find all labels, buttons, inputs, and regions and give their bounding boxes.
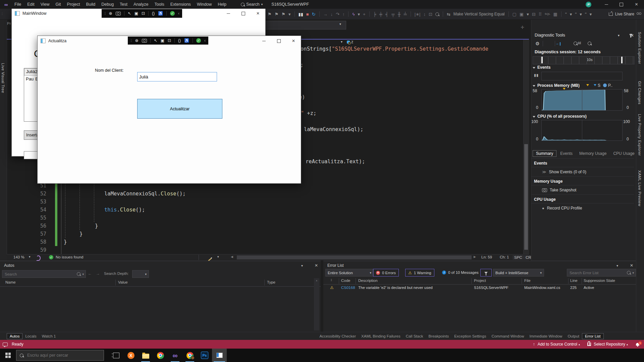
bottom-tab[interactable]: Call Stack	[403, 334, 426, 339]
diagnostics-tab[interactable]: Events	[557, 150, 576, 157]
hot-reload-ok-icon[interactable]: ✓	[170, 11, 175, 16]
panel-menu-chevron-icon[interactable]: ▾	[618, 34, 620, 37]
restart-debug-icon[interactable]: ↻	[312, 12, 316, 16]
timeline-handle-left[interactable]	[541, 57, 543, 63]
autos-tab[interactable]: Locals	[22, 334, 39, 339]
select-region-icon[interactable]: ⊡	[142, 11, 145, 15]
tab-error-list[interactable]: Error List	[582, 333, 604, 339]
task-view-button[interactable]	[109, 349, 123, 362]
error-search-field[interactable]	[569, 270, 625, 275]
user-avatar[interactable]: JF	[586, 2, 591, 7]
search-back-icon[interactable]: ←	[88, 271, 92, 276]
tab-git-changes[interactable]: Git Changes	[638, 81, 642, 104]
menu-item[interactable]: Extensions	[167, 0, 194, 9]
quote-pair-icon[interactable]: ''	[575, 12, 577, 16]
align-right-icon[interactable]: ╡	[385, 12, 388, 16]
filter-button[interactable]	[480, 269, 492, 277]
display-layout-adorners-icon[interactable]: ▣	[135, 11, 138, 15]
zoom-selection-icon[interactable]	[435, 12, 439, 16]
accessibility-checker-icon[interactable]: ♿	[184, 39, 189, 43]
hscroll-left-icon[interactable]: ◀	[231, 255, 233, 258]
window-close-button[interactable]: ✕	[251, 8, 265, 18]
make-vertical-spacing-label[interactable]: Make Vertical Spacing Equal	[453, 12, 505, 16]
vs-maximize-button[interactable]	[614, 0, 629, 9]
align-middle-icon[interactable]: ╫	[397, 12, 400, 16]
pause-debug-icon[interactable]: ▮▮	[299, 12, 303, 16]
member-dropdown[interactable]: z	[347, 40, 353, 44]
panel-menu-chevron-icon[interactable]: ▾	[616, 264, 618, 267]
build-filter-combo[interactable]: Build + IntelliSense▾	[493, 269, 544, 277]
align-bottom-icon[interactable]: ╧	[404, 12, 407, 16]
settings-gear-icon[interactable]: ⚙	[535, 41, 540, 46]
timeline-handle-right[interactable]	[621, 57, 623, 63]
quote-pair-icon[interactable]: ''	[585, 12, 587, 16]
column-name[interactable]: Name	[5, 280, 16, 284]
window-maximize-button[interactable]	[236, 8, 251, 18]
window-close-button[interactable]: ✕	[286, 36, 301, 46]
collapse-chevron-icon[interactable]: ‹	[204, 39, 206, 43]
quote-chevron-icon[interactable]: ▾	[570, 12, 572, 16]
start-button[interactable]	[5, 353, 11, 358]
update-button[interactable]: Actualitzar	[137, 99, 222, 119]
people-icon[interactable]	[637, 12, 641, 16]
bottom-tab[interactable]: Breakpoints	[426, 334, 451, 339]
menu-item[interactable]: Git	[53, 0, 64, 9]
issues-status[interactable]: No issues found	[56, 255, 83, 259]
menu-item[interactable]: Analyze	[130, 0, 151, 9]
accessibility-checker-icon[interactable]: ♿	[158, 11, 163, 15]
taskbar-explorer-icon[interactable]	[138, 349, 153, 362]
severity-column-icon[interactable]: ‖	[331, 279, 332, 282]
element-picker-icon[interactable]: ⊕	[135, 39, 139, 43]
warnings-filter-button[interactable]: ⚠ 1 Warning	[405, 269, 434, 277]
reset-view-icon[interactable]: ılıl	[578, 41, 581, 45]
error-search-input[interactable]: ▾	[567, 269, 636, 277]
status-spaces[interactable]: SPC	[513, 255, 524, 260]
size-to-content-icon[interactable]: |∗|	[415, 12, 421, 16]
step-back-icon[interactable]: ↷	[336, 12, 339, 16]
xaml-binding-icon[interactable]: ()	[178, 39, 181, 43]
org-chart-icon[interactable]: ⊟	[532, 12, 536, 16]
spacing-icon[interactable]: ⇆	[447, 12, 450, 16]
column-divider[interactable]	[264, 280, 265, 286]
cpu-chart[interactable]	[541, 120, 623, 141]
column-file[interactable]: File	[524, 279, 531, 283]
hot-reload-icon[interactable]: ϟ	[352, 12, 355, 16]
take-snapshot-link[interactable]: Take Snapshot	[542, 188, 576, 192]
fit-all-icon[interactable]: ⊡	[429, 12, 432, 16]
feedback-icon[interactable]	[3, 343, 8, 346]
taskbar-xampp-icon[interactable]: X	[123, 349, 138, 362]
step-out-icon[interactable]: ↑	[342, 12, 345, 16]
align-top-icon[interactable]: ╤	[391, 12, 394, 16]
hscroll-right-icon[interactable]: ▶	[474, 255, 476, 258]
sql-icon[interactable]: SQL	[545, 13, 550, 15]
search-chevron-icon[interactable]: ▾	[632, 271, 634, 275]
error-code-link[interactable]: CS0168	[341, 286, 355, 290]
tab-live-visual-tree[interactable]: Live Visual Tree	[1, 63, 5, 93]
search-chevron-icon[interactable]: ▾	[82, 273, 84, 276]
toolbar-grip-icon[interactable]: ⁞	[2, 12, 2, 16]
vs-close-button[interactable]: ✕	[629, 0, 644, 9]
bottom-tab[interactable]: Exception Settings	[451, 334, 489, 339]
quote-chevron-icon[interactable]: ▾	[590, 12, 592, 16]
step-into-icon[interactable]: ↓	[331, 12, 333, 16]
stretch-icon[interactable]: ↕	[423, 12, 426, 16]
error-row[interactable]: ⚠ CS0168 The variable 'e2' is declared b…	[323, 284, 636, 292]
bottom-tab[interactable]: Immediate Window	[527, 334, 565, 339]
record-cpu-link[interactable]: ● Record CPU Profile	[542, 206, 582, 210]
document-well-combo[interactable]	[262, 21, 346, 29]
collapse-icon[interactable]	[533, 85, 535, 87]
error-scope-combo[interactable]: Entire Solution▾	[325, 269, 374, 277]
zoom-out-icon[interactable]	[588, 42, 591, 45]
notifications-button[interactable]: 1	[636, 342, 639, 347]
taskbar-photoshop-icon[interactable]: Ps	[197, 349, 212, 362]
autos-tab[interactable]: Watch 1	[39, 334, 59, 339]
column-description[interactable]: Description	[358, 279, 378, 283]
bottom-tab[interactable]: Command Window	[489, 334, 527, 339]
column-divider[interactable]	[115, 280, 116, 286]
select-region-icon[interactable]: ⊡	[168, 39, 171, 43]
diagnostics-tab[interactable]: Memory Usage	[576, 150, 609, 157]
column-line[interactable]: Line	[570, 279, 578, 283]
export-icon[interactable]	[556, 42, 560, 46]
menu-item[interactable]: Debug	[98, 0, 117, 9]
column-type[interactable]: Type	[267, 280, 275, 284]
